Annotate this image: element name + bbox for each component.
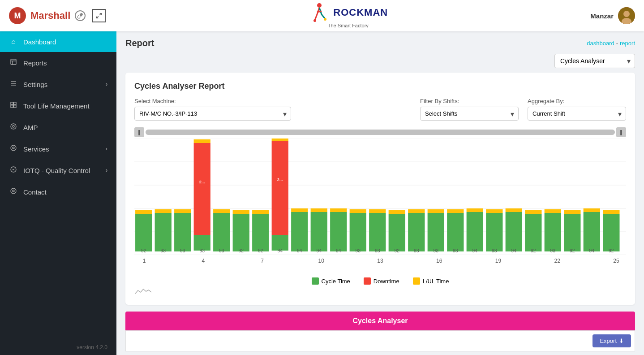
settings-arrow: › [106,81,107,87]
svg-text:93: 93 [492,248,497,253]
sidebar-item-amp[interactable]: AMP [0,117,116,138]
svg-rect-95 [525,214,541,251]
sidebar-item-settings[interactable]: Settings › [0,74,116,95]
svg-text:93: 93 [199,248,205,253]
aggregate-select[interactable]: Current Shift Day Week Month [528,107,626,121]
svg-point-21 [13,147,14,149]
scroll-right-btn[interactable]: ‖ [616,127,626,137]
svg-rect-98 [545,213,561,251]
top-header: M Marshall ROCKMAN [0,0,644,31]
shifts-select[interactable]: Select Shifts Shift 1 Shift 2 Shift 3 [420,107,519,121]
svg-rect-96 [525,210,541,214]
svg-rect-55 [272,141,288,235]
sidebar-label-settings: Settings [23,81,100,88]
svg-rect-45 [213,213,230,251]
user-avatar[interactable] [618,7,635,24]
svg-rect-72 [369,209,386,213]
iotq-arrow: › [106,167,107,173]
reports-icon [9,58,18,67]
svg-rect-15 [14,102,16,104]
svg-text:93: 93 [219,248,224,253]
svg-point-23 [11,188,16,194]
sidebar: ⌂ Dashboard Reports Settings › Tool Life… [0,31,116,355]
svg-text:92: 92 [609,248,614,253]
report-type-dropdown[interactable]: Cycles Analyser OEE Report Production Re… [554,54,635,68]
svg-rect-41 [194,143,210,235]
sidebar-version: version 4.2.0 [0,340,116,355]
sidebar-item-iotq[interactable]: IOTQ - Quality Control › [0,160,116,181]
svg-text:92: 92 [531,248,536,253]
iotq-icon [9,166,18,175]
svg-text:94: 94 [336,248,341,253]
bar-chart-svg: 92 93 93 93 2... [134,139,626,255]
sidebar-item-tool-life[interactable]: Tool Life Management [0,95,116,117]
user-area: Manzar [590,7,635,24]
scroll-left-btn[interactable]: ‖ [134,127,144,137]
svg-rect-69 [350,209,366,213]
services-arrow: › [106,146,107,152]
export-button[interactable]: Export ⬇ [592,334,631,347]
svg-rect-46 [213,209,230,213]
chart-inner: 92 93 93 93 2... [134,139,626,273]
x-label-19: 19 [489,258,507,264]
sidebar-item-contact[interactable]: Contact [0,181,116,203]
svg-point-3 [324,18,326,21]
sidebar-label-contact: Contact [23,188,107,196]
export-label: Export [600,338,617,344]
machine-select[interactable]: RIV-M/C NO.-3/IP-113 [134,107,291,121]
sidebar-item-reports[interactable]: Reports [0,52,116,74]
svg-rect-89 [486,213,502,251]
svg-text:92: 92 [238,248,244,253]
svg-rect-74 [389,214,405,251]
main-layout: ⌂ Dashboard Reports Settings › Tool Life… [0,31,644,355]
svg-text:92: 92 [258,248,263,253]
sidebar-label-amp: AMP [23,124,107,131]
svg-rect-63 [311,208,327,212]
svg-text:92: 92 [570,248,575,253]
shifts-filter-group: Filter By Shifts: Select Shifts Shift 1 … [420,98,519,121]
svg-rect-65 [330,212,347,251]
svg-rect-60 [291,208,308,212]
export-row: Export ⬇ [125,330,635,351]
svg-text:93: 93 [356,248,361,253]
svg-rect-78 [408,209,425,213]
rockman-brand-text: ROCKMAN [333,7,388,18]
svg-text:93: 93 [375,248,380,253]
legend-lul-time-color [413,277,420,285]
legend-lul-time: L/UL Time [413,277,449,285]
breadcrumb-row: Report dashboard - report [125,38,635,48]
machine-filter-label: Select Machine: [134,98,291,104]
legend-lul-time-label: L/UL Time [423,278,449,285]
breadcrumb-separator: - [616,40,618,47]
center-logo: ROCKMAN The Smart Factory [308,3,388,28]
chart-footer-icon [134,287,626,296]
link-icon[interactable] [75,10,86,21]
sidebar-item-services[interactable]: Services › [0,138,116,160]
content-area: Report dashboard - report Cycles Analyse… [116,31,644,355]
svg-point-2 [317,3,322,8]
machine-filter-group: Select Machine: RIV-M/C NO.-3/IP-113 ▾ [134,98,291,121]
sidebar-label-reports: Reports [23,59,107,67]
breadcrumb-report-link[interactable]: report [620,40,635,47]
svg-rect-51 [252,214,269,251]
legend-cycle-time-color [312,277,319,285]
sidebar-label-tool-life: Tool Life Management [23,102,107,110]
amp-icon [9,123,18,132]
svg-text:93: 93 [180,248,185,253]
svg-text:94: 94 [472,248,478,253]
scroll-thumb[interactable] [146,130,615,135]
breadcrumb-dashboard-link[interactable]: dashboard [587,40,614,47]
sidebar-label-services: Services [23,145,100,153]
x-label-4: 4 [194,258,212,264]
svg-text:2...: 2... [199,180,205,184]
svg-rect-48 [233,214,249,251]
svg-rect-87 [467,208,483,212]
sidebar-item-dashboard[interactable]: ⌂ Dashboard [0,31,116,52]
svg-point-4 [313,19,316,22]
expand-icon[interactable] [92,9,106,22]
x-axis-labels: 1 4 7 10 13 16 19 22 25 [134,258,626,264]
svg-text:94: 94 [297,248,302,253]
svg-rect-105 [584,208,600,212]
svg-rect-8 [11,59,16,65]
svg-rect-99 [545,209,561,213]
